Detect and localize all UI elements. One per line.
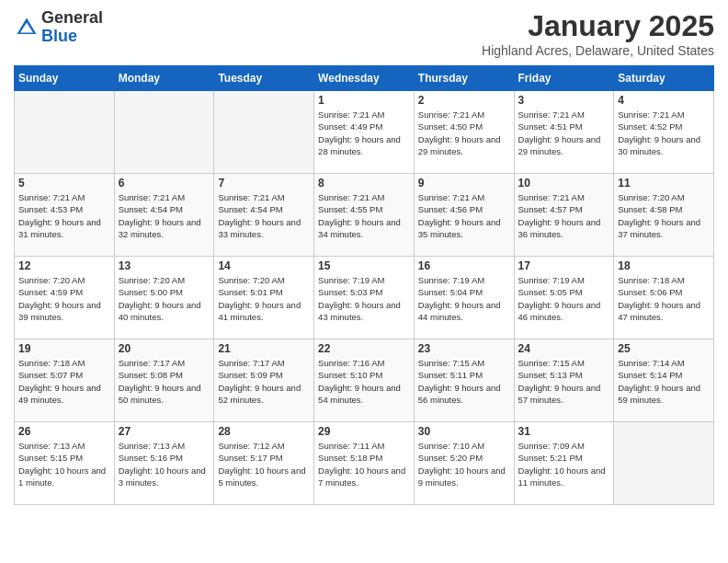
day-info: Sunrise: 7:21 AMSunset: 4:56 PMDaylight:…: [418, 191, 510, 240]
daylight-text: Daylight: 9 hours and 57 minutes.: [518, 383, 601, 405]
calendar-cell: [114, 91, 214, 174]
daylight-text: Daylight: 9 hours and 36 minutes.: [518, 217, 601, 239]
calendar-cell: 21Sunrise: 7:17 AMSunset: 5:09 PMDayligh…: [214, 339, 314, 422]
day-info: Sunrise: 7:13 AMSunset: 5:16 PMDaylight:…: [119, 440, 210, 488]
daylight-text: Daylight: 9 hours and 29 minutes.: [418, 134, 501, 156]
daylight-text: Daylight: 9 hours and 35 minutes.: [418, 217, 501, 239]
daylight-text: Daylight: 10 hours and 7 minutes.: [318, 465, 405, 488]
day-number: 2: [418, 94, 510, 107]
calendar-cell: 20Sunrise: 7:17 AMSunset: 5:08 PMDayligh…: [114, 339, 214, 422]
calendar-table: Sunday Monday Tuesday Wednesday Thursday…: [14, 65, 714, 505]
sunset-text: Sunset: 5:11 PM: [418, 370, 483, 380]
day-number: 18: [618, 259, 710, 272]
sunrise-text: Sunrise: 7:15 AM: [418, 358, 484, 368]
sunrise-text: Sunrise: 7:21 AM: [518, 109, 585, 120]
day-number: 21: [218, 342, 310, 355]
calendar-cell: 14Sunrise: 7:20 AMSunset: 5:01 PMDayligh…: [214, 257, 314, 339]
sunset-text: Sunset: 4:58 PM: [618, 204, 682, 214]
sunset-text: Sunset: 4:51 PM: [518, 121, 583, 132]
day-info: Sunrise: 7:20 AMSunset: 4:59 PMDaylight:…: [18, 274, 110, 323]
sunrise-text: Sunrise: 7:10 AM: [418, 441, 484, 451]
daylight-text: Daylight: 9 hours and 50 minutes.: [119, 383, 201, 405]
sunrise-text: Sunrise: 7:20 AM: [218, 275, 284, 285]
page-container: General Blue January 2025 Highland Acres…: [0, 0, 728, 514]
sunrise-text: Sunrise: 7:15 AM: [518, 358, 585, 368]
daylight-text: Daylight: 9 hours and 33 minutes.: [218, 217, 301, 239]
day-number: 27: [119, 425, 210, 438]
day-number: 29: [318, 425, 410, 438]
sunset-text: Sunset: 4:57 PM: [518, 204, 583, 214]
daylight-text: Daylight: 10 hours and 3 minutes.: [119, 465, 206, 488]
day-info: Sunrise: 7:21 AMSunset: 4:50 PMDaylight:…: [418, 109, 510, 157]
sunrise-text: Sunrise: 7:21 AM: [318, 109, 384, 120]
calendar-cell: 29Sunrise: 7:11 AMSunset: 5:18 PMDayligh…: [314, 422, 415, 505]
sunset-text: Sunset: 5:15 PM: [18, 453, 83, 463]
day-number: 11: [618, 177, 710, 190]
sunrise-text: Sunrise: 7:18 AM: [618, 275, 684, 285]
sunrise-text: Sunrise: 7:09 AM: [518, 441, 585, 451]
calendar-cell: 24Sunrise: 7:15 AMSunset: 5:13 PMDayligh…: [514, 339, 614, 422]
day-info: Sunrise: 7:21 AMSunset: 4:54 PMDaylight:…: [119, 191, 210, 240]
day-info: Sunrise: 7:11 AMSunset: 5:18 PMDaylight:…: [318, 440, 410, 488]
day-info: Sunrise: 7:21 AMSunset: 4:57 PMDaylight:…: [518, 191, 610, 240]
day-number: 4: [618, 94, 710, 107]
calendar-cell: 18Sunrise: 7:18 AMSunset: 5:06 PMDayligh…: [614, 257, 714, 339]
daylight-text: Daylight: 10 hours and 1 minute.: [18, 465, 106, 488]
sunrise-text: Sunrise: 7:21 AM: [318, 192, 384, 202]
day-info: Sunrise: 7:21 AMSunset: 4:53 PMDaylight:…: [18, 191, 110, 240]
daylight-text: Daylight: 9 hours and 49 minutes.: [18, 383, 101, 405]
sunset-text: Sunset: 5:04 PM: [418, 287, 483, 297]
day-number: 9: [418, 177, 510, 190]
month-title: January 2025: [482, 9, 714, 43]
sunrise-text: Sunrise: 7:21 AM: [518, 192, 585, 202]
daylight-text: Daylight: 9 hours and 40 minutes.: [119, 300, 201, 322]
day-info: Sunrise: 7:14 AMSunset: 5:14 PMDaylight:…: [618, 357, 710, 406]
day-info: Sunrise: 7:16 AMSunset: 5:10 PMDaylight:…: [318, 357, 410, 406]
daylight-text: Daylight: 9 hours and 43 minutes.: [318, 300, 401, 322]
sunset-text: Sunset: 5:03 PM: [318, 287, 382, 297]
daylight-text: Daylight: 9 hours and 28 minutes.: [318, 134, 401, 156]
daylight-text: Daylight: 9 hours and 44 minutes.: [418, 300, 501, 322]
daylight-text: Daylight: 9 hours and 31 minutes.: [18, 217, 101, 239]
daylight-text: Daylight: 10 hours and 5 minutes.: [218, 465, 305, 488]
sunset-text: Sunset: 4:56 PM: [418, 204, 483, 214]
calendar-cell: 26Sunrise: 7:13 AMSunset: 5:15 PMDayligh…: [15, 422, 115, 505]
sunset-text: Sunset: 4:52 PM: [618, 121, 682, 132]
day-number: 28: [218, 425, 310, 438]
day-number: 6: [119, 177, 210, 190]
calendar-cell: 31Sunrise: 7:09 AMSunset: 5:21 PMDayligh…: [514, 422, 614, 505]
logo-icon: [14, 15, 40, 40]
day-number: 16: [418, 259, 510, 272]
daylight-text: Daylight: 9 hours and 59 minutes.: [618, 383, 700, 405]
sunrise-text: Sunrise: 7:21 AM: [418, 109, 484, 120]
daylight-text: Daylight: 9 hours and 30 minutes.: [618, 134, 700, 156]
calendar-cell: 7Sunrise: 7:21 AMSunset: 4:54 PMDaylight…: [214, 174, 314, 257]
sunset-text: Sunset: 5:14 PM: [618, 370, 682, 380]
day-number: 22: [318, 342, 410, 355]
day-info: Sunrise: 7:13 AMSunset: 5:15 PMDaylight:…: [18, 440, 110, 488]
sunrise-text: Sunrise: 7:19 AM: [518, 275, 585, 285]
sunset-text: Sunset: 5:18 PM: [318, 453, 382, 463]
calendar-cell: 13Sunrise: 7:20 AMSunset: 5:00 PMDayligh…: [114, 257, 214, 339]
daylight-text: Daylight: 9 hours and 41 minutes.: [218, 300, 301, 322]
calendar-week-4: 19Sunrise: 7:18 AMSunset: 5:07 PMDayligh…: [15, 339, 714, 422]
sunrise-text: Sunrise: 7:20 AM: [618, 192, 684, 202]
day-number: 17: [518, 259, 610, 272]
day-info: Sunrise: 7:19 AMSunset: 5:03 PMDaylight:…: [318, 274, 410, 323]
sunset-text: Sunset: 4:55 PM: [318, 204, 382, 214]
sunrise-text: Sunrise: 7:16 AM: [318, 358, 384, 368]
day-info: Sunrise: 7:15 AMSunset: 5:13 PMDaylight:…: [518, 357, 610, 406]
day-number: 15: [318, 259, 410, 272]
sunrise-text: Sunrise: 7:17 AM: [119, 358, 185, 368]
sunset-text: Sunset: 4:49 PM: [318, 121, 382, 132]
calendar-week-3: 12Sunrise: 7:20 AMSunset: 4:59 PMDayligh…: [15, 257, 714, 339]
day-number: 5: [18, 177, 110, 190]
day-info: Sunrise: 7:21 AMSunset: 4:54 PMDaylight:…: [218, 191, 310, 240]
day-info: Sunrise: 7:15 AMSunset: 5:11 PMDaylight:…: [418, 357, 510, 406]
day-number: 14: [218, 259, 310, 272]
weekday-wednesday: Wednesday: [314, 66, 415, 91]
day-info: Sunrise: 7:21 AMSunset: 4:52 PMDaylight:…: [618, 109, 710, 157]
sunset-text: Sunset: 5:17 PM: [218, 453, 282, 463]
sunset-text: Sunset: 5:13 PM: [518, 370, 583, 380]
calendar-week-2: 5Sunrise: 7:21 AMSunset: 4:53 PMDaylight…: [15, 174, 714, 257]
